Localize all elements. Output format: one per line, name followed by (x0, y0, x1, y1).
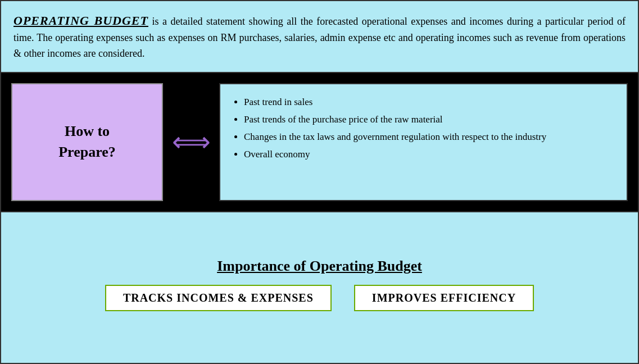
bullet-list: Past trend in sales Past trends of the p… (233, 94, 614, 162)
badge-improves: IMPROVES EFFICIENCY (354, 285, 534, 311)
main-container: OPERATING BUDGET is a detailed statement… (0, 0, 639, 364)
list-item: Past trend in sales (244, 94, 614, 110)
bottom-section: Importance of Operating Budget TRACKS IN… (1, 212, 638, 363)
page-title: OPERATING BUDGET (13, 13, 148, 28)
list-item: Past trends of the purchase price of the… (244, 112, 614, 127)
top-description: OPERATING BUDGET is a detailed statement… (13, 11, 626, 62)
list-item: Changes in the tax laws and government r… (244, 129, 614, 144)
how-to-box: How toPrepare? (11, 83, 163, 201)
arrow-container: ⟺ (163, 73, 219, 211)
middle-section: How toPrepare? ⟺ Past trend in sales Pas… (1, 73, 638, 212)
bullet-list-box: Past trend in sales Past trends of the p… (219, 83, 628, 201)
how-to-label: How toPrepare? (58, 121, 116, 162)
list-item: Overall economy (244, 147, 614, 162)
top-section: OPERATING BUDGET is a detailed statement… (1, 1, 638, 73)
badges-row: TRACKS INCOMES & EXPENSES IMPROVES EFFIC… (12, 285, 627, 311)
double-arrow-icon: ⟺ (172, 129, 211, 156)
importance-title: Importance of Operating Budget (217, 258, 422, 275)
badge-tracks: TRACKS INCOMES & EXPENSES (105, 285, 332, 311)
